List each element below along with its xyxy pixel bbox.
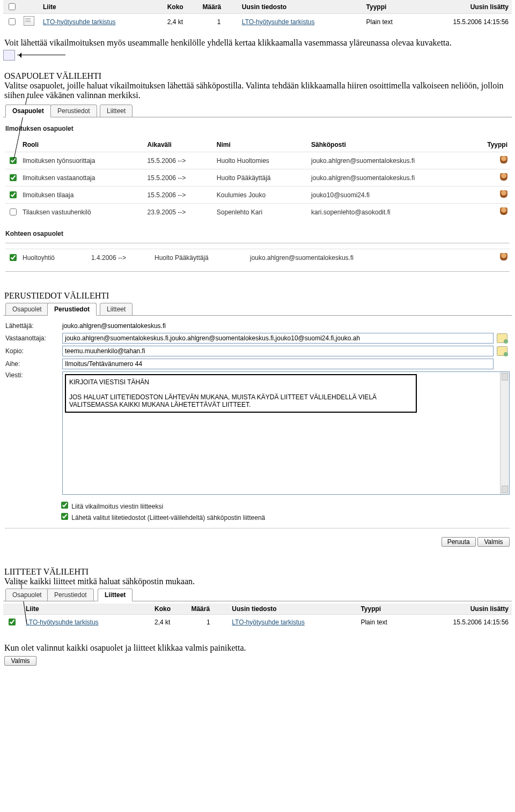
file-added: 15.5.2006 14:15:56 (415, 14, 512, 30)
table-row: Tilauksen vastuuhenkilö 23.9.2005 --> So… (5, 204, 510, 221)
opt-attach-report[interactable]: Liitä vikailmoitus viestin liitteeksi (59, 500, 510, 510)
tab-liitteet[interactable]: Liitteet (100, 303, 133, 316)
col-lisatty: Uusin lisätty (411, 604, 512, 615)
col-uusin: Uusin tiedosto (229, 604, 357, 615)
tab-osapuolet[interactable]: Osapuolet (5, 303, 49, 316)
opt-send-files-checkbox[interactable] (61, 513, 68, 520)
col-sp: Sähköposti (309, 138, 484, 152)
table-row: LTO-hyötysuhde tarkistus 2,4 kt 1 LTO-hy… (3, 14, 512, 30)
table-row: Ilmoituksen työnsuorittaja 15.5.2006 -->… (5, 152, 510, 169)
file-added: 15.5.2006 14:15:56 (411, 615, 512, 630)
scroll-down-icon[interactable] (502, 486, 508, 493)
role: Tilauksen vastuuhenkilö (20, 204, 145, 221)
select-all-checkbox[interactable] (9, 3, 16, 10)
file-type: Plain text (357, 615, 411, 630)
final-ok-button[interactable]: Valmis (4, 656, 36, 666)
table-row: Huoltoyhtiö 1.4.2006 --> Huolto Pääkäytt… (5, 249, 510, 266)
message-text[interactable]: KIRJOITA VIESTISI TÄHÄN JOS HALUAT LIITE… (69, 378, 378, 408)
col-nimi: Nimi (215, 138, 309, 152)
name: Koulumies Jouko (215, 187, 309, 204)
name: Huolto Pääkäyttäjä (152, 249, 248, 266)
col-uusin: Uusin tiedosto (239, 0, 363, 14)
parties-table: Rooli Aikaväli Nimi Sähköposti Tyyppi Il… (5, 138, 510, 220)
tab-bar: Osapuolet Perustiedot Liitteet (3, 105, 512, 117)
tab-perustiedot[interactable]: Perustiedot (47, 303, 97, 316)
recipient-input[interactable] (62, 333, 494, 344)
sender-value: jouko.ahlgren@suomentalokeskus.fi (62, 321, 494, 331)
tab-liitteet[interactable]: Liitteet (100, 105, 133, 117)
tab-perustiedot[interactable]: Perustiedot (50, 105, 97, 117)
subject-input[interactable] (62, 359, 494, 369)
row-checkbox[interactable] (9, 18, 16, 25)
row-checkbox[interactable] (10, 208, 17, 215)
col-tyyppi: Tyyppi (484, 138, 510, 152)
paragraph: Kun olet valinnut kaikki osapuolet ja li… (4, 643, 511, 653)
email: kari.sopenlehto@asokodit.fi (309, 204, 484, 221)
message-highlight-box: KIRJOITA VIESTISI TÄHÄN JOS HALUAT LIITE… (65, 374, 417, 413)
name: Huolto Pääkäyttäjä (215, 169, 309, 187)
tab-bar: Osapuolet Perustiedot Liitteet (3, 588, 512, 601)
period: 15.5.2006 --> (145, 169, 215, 187)
label-recipient: Vastaanottaja: (5, 334, 59, 342)
paragraph: Voit lähettää vikailmoituksen myös useam… (4, 38, 511, 48)
section-heading: PERUSTIEDOT VÄLILEHTI (4, 291, 511, 301)
cancel-button[interactable]: Peruuta (442, 537, 476, 547)
section-title: Ilmoituksen osapuolet (5, 125, 510, 132)
label-subject: Aihe: (5, 360, 59, 368)
table-row: Ilmoituksen vastaanottaja 15.5.2006 --> … (5, 169, 510, 187)
col-tyyppi: Tyyppi (357, 604, 411, 615)
attachment-table-top: Liite Koko Määrä Uusin tiedosto Tyyppi U… (3, 0, 512, 29)
table-row: LTO-hyötysuhde tarkistus 2,4 kt 1 LTO-hy… (3, 615, 512, 630)
tab-perustiedot[interactable]: Perustiedot (47, 588, 94, 601)
email: jouko.ahlgren@suomentalokeskus.fi (309, 152, 484, 169)
attachment-name-link[interactable]: LTO-hyötysuhde tarkistus (23, 615, 151, 630)
label-message: Viesti: (5, 371, 59, 379)
name: Huolto Huoltomies (215, 152, 309, 169)
file-size: 2,4 kt (164, 14, 200, 30)
period: 15.5.2006 --> (145, 187, 215, 204)
table-row: Ilmoituksen tilaaja 15.5.2006 --> Koulum… (5, 187, 510, 204)
person-icon (500, 173, 507, 181)
tab-osapuolet[interactable]: Osapuolet (5, 105, 51, 117)
section-title: Kohteen osapuolet (5, 230, 510, 237)
document-icon (24, 16, 34, 26)
scroll-up-icon[interactable] (502, 373, 508, 381)
ok-button[interactable]: Valmis (477, 537, 510, 547)
section-heading: OSAPUOLET VÄLILEHTI (4, 71, 511, 81)
row-checkbox[interactable] (9, 619, 16, 625)
col-aika: Aikaväli (145, 138, 215, 152)
tab-bar: Osapuolet Perustiedot Liitteet (3, 303, 512, 316)
email: jouko.ahlgren@suomentalokeskus.fi (309, 169, 484, 187)
row-checkbox[interactable] (10, 191, 17, 198)
tab-osapuolet[interactable]: Osapuolet (5, 588, 49, 601)
paragraph: Valitse kaikki liitteet mitkä haluat säh… (4, 577, 511, 586)
tab-liitteet[interactable]: Liitteet (98, 588, 133, 601)
label-copy: Kopio: (5, 347, 59, 355)
contacts-picker-icon[interactable] (497, 346, 507, 356)
col-lisatty: Uusin lisätty (415, 0, 512, 14)
section-heading: LIITTEET VÄLILEHTI (4, 567, 511, 577)
latest-file-link[interactable]: LTO-hyötysuhde tarkistus (239, 14, 363, 30)
person-icon (500, 253, 507, 260)
period: 1.4.2006 --> (89, 249, 152, 266)
attachment-table-bottom: Liite Koko Määrä Uusin tiedosto Tyyppi U… (3, 604, 512, 629)
row-checkbox[interactable] (10, 254, 17, 261)
attachment-name-link[interactable]: LTO-hyötysuhde tarkistus (40, 14, 164, 30)
row-checkbox[interactable] (10, 174, 17, 181)
opt-send-files[interactable]: Lähetä valitut liitetiedostot (Liitteet-… (59, 511, 510, 522)
latest-file-link[interactable]: LTO-hyötysuhde tarkistus (229, 615, 357, 630)
file-count: 1 (200, 14, 239, 30)
opt-attach-report-checkbox[interactable] (61, 502, 68, 509)
person-icon (500, 190, 507, 198)
row-checkbox[interactable] (10, 157, 17, 164)
contacts-picker-icon[interactable] (497, 333, 507, 343)
role: Ilmoituksen vastaanottaja (20, 169, 145, 187)
scrollbar[interactable] (500, 372, 509, 494)
copy-input[interactable] (62, 346, 494, 356)
multi-recipient-icon (3, 50, 15, 61)
email: jouko10@suomi24.fi (309, 187, 484, 204)
name: Sopenlehto Kari (215, 204, 309, 221)
label-sender: Lähettäjä: (5, 322, 59, 330)
file-count: 1 (188, 615, 229, 630)
col-maara: Määrä (188, 604, 229, 615)
